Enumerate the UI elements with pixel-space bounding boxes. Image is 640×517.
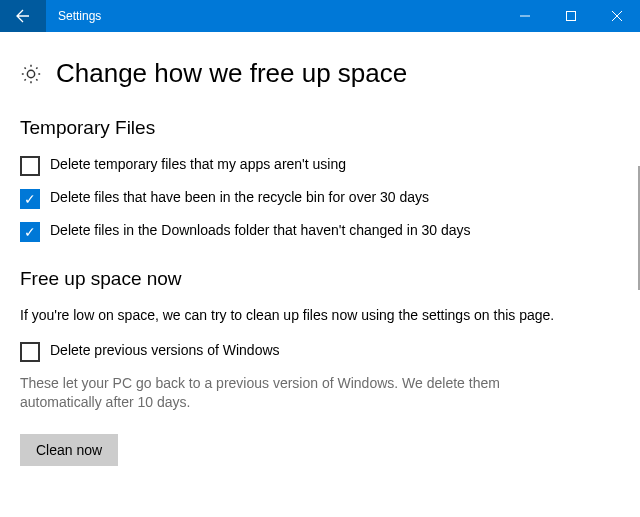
page-header: Change how we free up space bbox=[20, 58, 610, 89]
section-desc: If you're low on space, we can try to cl… bbox=[20, 306, 560, 325]
check-icon: ✓ bbox=[24, 224, 36, 240]
checkbox[interactable]: ✓ bbox=[20, 156, 40, 176]
close-icon bbox=[612, 11, 622, 21]
content-area: Change how we free up space Temporary Fi… bbox=[0, 32, 640, 484]
option-recycle-bin[interactable]: ✓ Delete files that have been in the rec… bbox=[20, 188, 540, 209]
maximize-button[interactable] bbox=[548, 0, 594, 32]
option-previous-windows[interactable]: ✓ Delete previous versions of Windows bbox=[20, 341, 540, 362]
section-free-up-now: Free up space now If you're low on space… bbox=[20, 268, 610, 466]
section-title-now: Free up space now bbox=[20, 268, 610, 290]
checkbox[interactable]: ✓ bbox=[20, 189, 40, 209]
titlebar: Settings bbox=[0, 0, 640, 32]
option-label: Delete files in the Downloads folder tha… bbox=[50, 221, 471, 240]
gear-icon bbox=[20, 63, 42, 85]
option-temp-apps[interactable]: ✓ Delete temporary files that my apps ar… bbox=[20, 155, 540, 176]
option-label: Delete files that have been in the recyc… bbox=[50, 188, 429, 207]
option-label: Delete temporary files that my apps aren… bbox=[50, 155, 346, 174]
close-button[interactable] bbox=[594, 0, 640, 32]
window-controls bbox=[502, 0, 640, 32]
page-title: Change how we free up space bbox=[56, 58, 407, 89]
option-hint: These let your PC go back to a previous … bbox=[20, 374, 560, 412]
svg-rect-0 bbox=[567, 12, 576, 21]
option-label: Delete previous versions of Windows bbox=[50, 341, 280, 360]
section-title-temp: Temporary Files bbox=[20, 117, 610, 139]
check-icon: ✓ bbox=[24, 191, 36, 207]
arrow-left-icon bbox=[15, 8, 31, 24]
app-title: Settings bbox=[46, 9, 101, 23]
checkbox[interactable]: ✓ bbox=[20, 222, 40, 242]
minimize-icon bbox=[520, 11, 530, 21]
maximize-icon bbox=[566, 11, 576, 21]
back-button[interactable] bbox=[0, 0, 46, 32]
checkbox[interactable]: ✓ bbox=[20, 342, 40, 362]
clean-now-button[interactable]: Clean now bbox=[20, 434, 118, 466]
minimize-button[interactable] bbox=[502, 0, 548, 32]
option-downloads[interactable]: ✓ Delete files in the Downloads folder t… bbox=[20, 221, 540, 242]
